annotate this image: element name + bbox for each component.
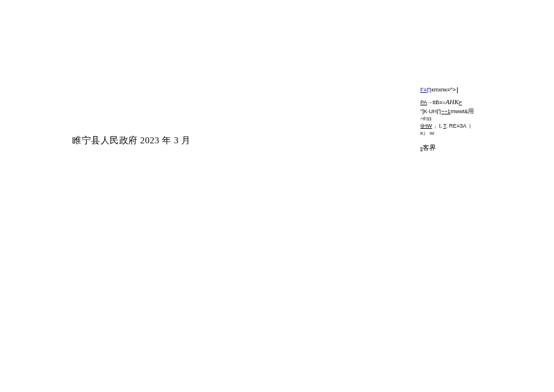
side-line-5: IjHW 」L T. RE≡3A（ (420, 123, 475, 130)
side-line5-mid: 」L (432, 123, 444, 129)
side-line-6: K） W (420, 131, 475, 137)
side-line-3: "]K·UH∏~~1mwwt&用 (420, 107, 475, 116)
side-line-7: tt客界 (420, 143, 475, 152)
side-line3-cjk: 用 (468, 108, 474, 114)
document-main-text: 睢宁县人民政府 2023 年 3 月 (72, 135, 191, 146)
side-line3-b: mwwt& (450, 108, 468, 114)
side-line-1: F≡∏ĸmxnĸ≡^> (420, 87, 475, 94)
side-line-4: ^®33 (420, 116, 475, 122)
cursor-mark (457, 87, 458, 93)
side-line2-p: P (459, 100, 462, 105)
side-marginal-text: F≡∏ĸmxnĸ≡^> PA→ttB≡=AHKP "]K·UH∏~~1mwwt&… (420, 87, 475, 152)
side-line2-ahk: AHK (446, 98, 459, 105)
side-line7-cjk: 客界 (423, 144, 436, 151)
side-line3-underline: ∏~~1 (437, 108, 450, 114)
side-line3-a: "]K·UH (420, 108, 437, 114)
side-line1-rest: ĸmxnĸ≡^> (431, 87, 456, 93)
side-line5-rest: . RE≡3A（ (446, 123, 472, 129)
side-line5-ij: IjHW (420, 123, 432, 129)
side-line-2: PA→ttB≡=AHKP (420, 98, 475, 107)
side-line2-mid: →ttB≡= (427, 99, 446, 105)
side-line2-pa: PA (420, 99, 427, 105)
side-line1-underline: F≡∏ (420, 87, 431, 93)
